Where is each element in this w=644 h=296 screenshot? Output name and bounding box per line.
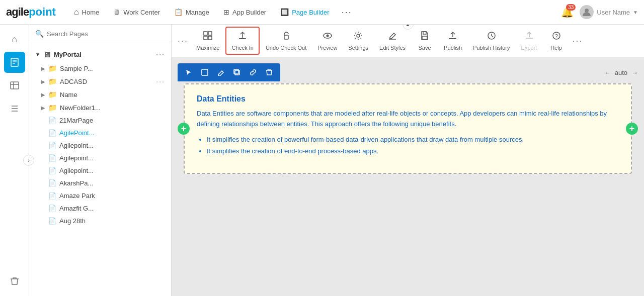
appbuilder-icon: ⊞ (223, 8, 229, 16)
file-icon: 📄 (48, 167, 56, 174)
canvas-width-label: auto (615, 69, 627, 76)
file-icon: 📄 (48, 192, 56, 200)
monitor-tree-icon: 🖥 (43, 50, 51, 59)
tree-item-21marpage[interactable]: 📄 21MarPage (29, 114, 171, 127)
pagebuilder-icon: 🔲 (280, 8, 289, 16)
tree-item-amazepark[interactable]: 📄 Amaze Park (29, 189, 171, 202)
preview-label: Preview (317, 45, 337, 51)
add-left-button[interactable]: + (178, 123, 190, 135)
editstyles-label: Edit Styles (379, 45, 406, 51)
nav-workcenter[interactable]: 🖥 Work Center (107, 5, 166, 19)
search-input[interactable] (47, 30, 165, 38)
tree-label: 21MarPage (59, 117, 93, 124)
save-button[interactable]: Save (412, 28, 438, 54)
logo[interactable]: agilepoint (6, 6, 56, 19)
nav-more-button[interactable]: ··· (338, 4, 356, 21)
canvas-duplicate-tool[interactable] (230, 65, 244, 79)
tree-label: Agilepoint... (59, 167, 94, 174)
notifications-bell[interactable]: 🔔 33 (559, 4, 576, 20)
tree-label: Agilepoint... (59, 154, 94, 162)
tree-item-samplep[interactable]: ▶ 📁 Sample P... (29, 62, 171, 75)
file-icon: 📄 (48, 117, 56, 124)
editstyles-icon (387, 31, 397, 43)
sidebar-item-home[interactable]: ⌂ (4, 29, 25, 50)
folder-icon: 📁 (48, 104, 57, 112)
undocheckout-icon (281, 31, 291, 43)
tree-item-name[interactable]: ▶ 📁 Name (29, 88, 171, 101)
sidebar-item-table[interactable] (4, 75, 25, 96)
pages-search-bar[interactable]: 🔍 (29, 25, 171, 43)
undocheckout-button[interactable]: Undo Check Out (261, 28, 311, 54)
tree-item-newfolder1[interactable]: ▶ 📁 NewFolder1... (29, 101, 171, 114)
preview-button[interactable]: Preview (312, 28, 342, 54)
canvas-add-tool[interactable] (198, 65, 212, 79)
svg-rect-20 (423, 32, 426, 34)
sidebar-item-pages[interactable] (4, 52, 25, 73)
editstyles-button[interactable]: Edit Styles (374, 28, 411, 54)
canvas-link-tool[interactable] (246, 65, 260, 79)
maximize-label: Maximize (196, 45, 219, 51)
checkin-icon (237, 31, 248, 43)
publish-button[interactable]: Publish (439, 28, 467, 54)
publishhistory-button[interactable]: Publish History (468, 28, 515, 54)
nav-manage[interactable]: 📋 Manage (168, 5, 215, 19)
tree-label: Aug 28th (59, 217, 86, 225)
publish-icon (448, 31, 458, 43)
arrow-right-icon[interactable]: → (631, 69, 638, 76)
pages-panel: 🔍 ▼ 🖥 MyPortal ··· ▶ 📁 Sample P... ▶ 📁 A… (29, 25, 172, 296)
toolbar-more-left[interactable]: ··· (176, 36, 190, 46)
settings-button[interactable]: Settings (343, 28, 373, 54)
svg-text:?: ? (555, 33, 558, 39)
export-button[interactable]: Export (516, 28, 542, 54)
tree-root-myportal[interactable]: ▼ 🖥 MyPortal ··· (29, 47, 171, 62)
nav-pagebuilder-label: Page Builder (292, 9, 329, 16)
user-menu[interactable]: User Name ▼ (580, 5, 638, 19)
add-right-button[interactable]: + (626, 123, 638, 135)
collapse-sidebar-button[interactable]: › (23, 155, 34, 166)
save-label: Save (419, 45, 431, 51)
help-label: Help (550, 45, 562, 51)
help-button[interactable]: ? Help (543, 28, 570, 54)
nav-pagebuilder[interactable]: 🔲 Page Builder (274, 5, 335, 19)
tree-item-adcasd[interactable]: ▶ 📁 ADCASD ··· (29, 75, 171, 88)
tree-label: Agilepoint... (59, 142, 94, 149)
sidebar-item-list[interactable] (4, 98, 25, 119)
svg-rect-11 (204, 32, 207, 35)
monitor-icon: 🖥 (113, 8, 120, 16)
tree-item-agilepoint3[interactable]: 📄 Agilepoint... (29, 152, 171, 164)
tree-label: Amaze Park (59, 192, 95, 200)
settings-label: Settings (348, 45, 368, 51)
content-body: Data Entities are software components th… (197, 109, 619, 130)
folder-icon: 📁 (48, 64, 57, 72)
sidebar-item-trash[interactable] (4, 271, 25, 292)
tree-item-amazfitg[interactable]: 📄 Amazfit G... (29, 202, 171, 215)
tree-item-agilepoint2[interactable]: 📄 Agilepoint... (29, 139, 171, 152)
tree-item-agilepoint1[interactable]: 📄 AgilePoint... (29, 127, 171, 139)
tree-root-menu[interactable]: ··· (156, 51, 165, 59)
canvas-select-tool[interactable] (182, 65, 196, 79)
publishhistory-label: Publish History (473, 45, 510, 51)
canvas-delete-tool[interactable] (262, 65, 276, 79)
list-item: It simplifies the creation of end-to-end… (207, 145, 619, 157)
pages-tree: ▼ 🖥 MyPortal ··· ▶ 📁 Sample P... ▶ 📁 ADC… (29, 43, 171, 296)
tree-item-menu[interactable]: ··· (156, 77, 165, 85)
canvas-edit-tool[interactable] (214, 65, 228, 79)
tree-item-akarshpa[interactable]: 📄 AkarshPa... (29, 177, 171, 189)
arrow-left-icon[interactable]: ← (604, 69, 611, 76)
tree-label: Sample P... (60, 65, 93, 72)
nav-home[interactable]: ⌂ Home (68, 5, 105, 20)
maximize-icon (203, 31, 213, 43)
content-list: It simplifies the creation of powerful f… (197, 134, 619, 157)
maximize-button[interactable]: Maximize (191, 28, 224, 54)
svg-point-19 (357, 34, 360, 37)
folder-expand-icon: ▶ (41, 79, 45, 84)
tree-item-agilepoint4[interactable]: 📄 Agilepoint... (29, 164, 171, 177)
svg-rect-12 (208, 32, 212, 35)
tree-item-aug28th[interactable]: 📄 Aug 28th (29, 215, 171, 227)
file-icon: 📄 (48, 142, 56, 149)
search-icon: 🔍 (35, 30, 44, 38)
toolbar-more-right[interactable]: ··· (571, 36, 585, 46)
checkin-button[interactable]: Check In (225, 27, 259, 55)
nav-appbuilder[interactable]: ⊞ App Builder (217, 5, 272, 19)
user-chevron-icon: ▼ (633, 10, 638, 15)
